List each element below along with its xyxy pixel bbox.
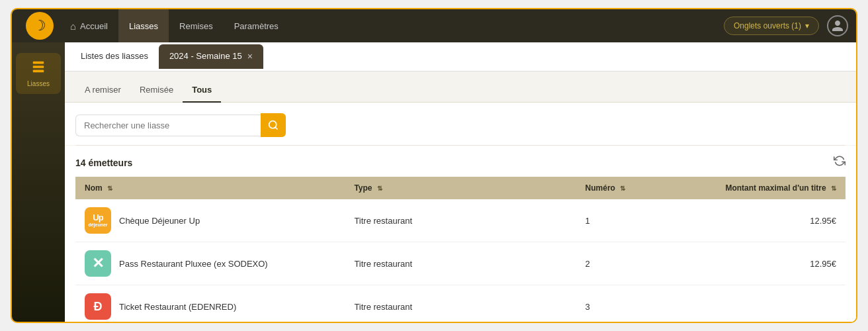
logo-area: ☽ <box>20 9 60 42</box>
td-nom: ✕ Pass Restaurant Pluxee (ex SODEXO) <box>75 242 345 285</box>
td-numero: 1 <box>576 199 692 242</box>
inner-content: A remiser Remisée Tous <box>65 71 856 322</box>
td-type: Titre restaurant <box>345 285 576 322</box>
content-area: Listes des liasses 2024 - Semaine 15 × A… <box>65 42 856 322</box>
home-icon: ⌂ <box>70 21 76 32</box>
subtab-remisee[interactable]: Remisée <box>130 79 183 103</box>
nav-liasses[interactable]: Liasses <box>118 9 169 42</box>
tab-listes-liasses[interactable]: Listes des liasses <box>70 44 159 69</box>
user-icon[interactable] <box>827 15 848 36</box>
table-row: ✕ Pass Restaurant Pluxee (ex SODEXO) Tit… <box>75 242 846 285</box>
emitter-name: Pass Restaurant Pluxee (ex SODEXO) <box>119 259 268 269</box>
emitter-name: Chèque Déjeuner Up <box>119 216 200 226</box>
td-type: Titre restaurant <box>345 242 576 285</box>
svg-rect-0 <box>33 62 44 64</box>
liasses-icon <box>31 60 46 77</box>
emitters-count: 14 émetteurs <box>75 146 846 177</box>
close-tab-icon[interactable]: × <box>247 52 253 61</box>
sort-numero-icon: ⇅ <box>620 185 625 192</box>
search-area <box>65 103 856 145</box>
td-numero: 3 <box>576 285 692 322</box>
table-section: 14 émetteurs <box>65 146 856 322</box>
refresh-button[interactable] <box>834 155 846 170</box>
emitter-name: Ticket Restaurant (EDENRED) <box>119 302 236 312</box>
emitter-logo: ✕ <box>85 250 111 277</box>
td-nom: Ð Ticket Restaurant (EDENRED) <box>75 285 345 322</box>
nav-parametres[interactable]: Paramètres <box>224 9 289 42</box>
th-montant[interactable]: Montant maximal d'un titre ⇅ <box>691 177 846 199</box>
emitter-cell: Ð Ticket Restaurant (EDENRED) <box>85 293 335 320</box>
svg-rect-2 <box>33 70 44 73</box>
search-input[interactable] <box>75 115 261 136</box>
sort-nom-icon: ⇅ <box>107 185 112 192</box>
subtab-a-remiser[interactable]: A remiser <box>75 79 130 103</box>
tab-semaine15[interactable]: 2024 - Semaine 15 × <box>159 44 263 69</box>
td-type: Titre restaurant <box>345 199 576 242</box>
emitter-logo: Ð <box>85 293 111 320</box>
nav-right: Onglets ouverts (1) ▾ <box>724 15 848 36</box>
th-type[interactable]: Type ⇅ <box>345 177 576 199</box>
search-wrapper <box>75 113 287 137</box>
td-montant: 12.95€ <box>691 242 846 285</box>
th-nom[interactable]: Nom ⇅ <box>75 177 345 199</box>
sidebar: Liasses <box>12 42 65 322</box>
app-logo: ☽ <box>26 12 54 40</box>
sort-montant-icon: ⇅ <box>831 185 836 192</box>
td-numero: 2 <box>576 242 692 285</box>
nav-items: ⌂ Accueil Liasses Remises Paramètres <box>60 9 724 42</box>
table-header-row: Nom ⇅ Type ⇅ Numéro ⇅ <box>75 177 846 199</box>
subtab-tous[interactable]: Tous <box>183 79 221 103</box>
table-row: Ð Ticket Restaurant (EDENRED) Titre rest… <box>75 285 846 322</box>
search-button[interactable] <box>261 113 286 137</box>
tabs-bar: Listes des liasses 2024 - Semaine 15 × <box>65 42 856 71</box>
nav-accueil[interactable]: ⌂ Accueil <box>60 9 118 42</box>
td-montant <box>691 285 846 322</box>
sub-tabs: A remiser Remisée Tous <box>65 71 856 103</box>
emitter-cell: ✕ Pass Restaurant Pluxee (ex SODEXO) <box>85 250 335 277</box>
open-tabs-button[interactable]: Onglets ouverts (1) ▾ <box>724 17 819 35</box>
app-container: ☽ ⌂ Accueil Liasses Remises Paramètres O… <box>11 8 857 323</box>
sidebar-item-liasses[interactable]: Liasses <box>16 53 61 94</box>
main-layout: Liasses Listes des liasses 2024 - Semain… <box>12 42 856 322</box>
sort-type-icon: ⇅ <box>377 185 382 192</box>
th-numero[interactable]: Numéro ⇅ <box>576 177 692 199</box>
table-row: Up déjeuner Chèque Déjeuner Up Titre res… <box>75 199 846 242</box>
td-montant: 12.95€ <box>691 199 846 242</box>
td-nom: Up déjeuner Chèque Déjeuner Up <box>75 199 345 242</box>
top-nav: ☽ ⌂ Accueil Liasses Remises Paramètres O… <box>12 9 856 42</box>
chevron-down-icon: ▾ <box>805 21 809 30</box>
svg-rect-1 <box>33 66 44 68</box>
emitters-table: Nom ⇅ Type ⇅ Numéro ⇅ <box>75 177 846 322</box>
emitter-logo: Up déjeuner <box>85 207 111 234</box>
nav-remises[interactable]: Remises <box>169 9 224 42</box>
emitter-cell: Up déjeuner Chèque Déjeuner Up <box>85 207 335 234</box>
